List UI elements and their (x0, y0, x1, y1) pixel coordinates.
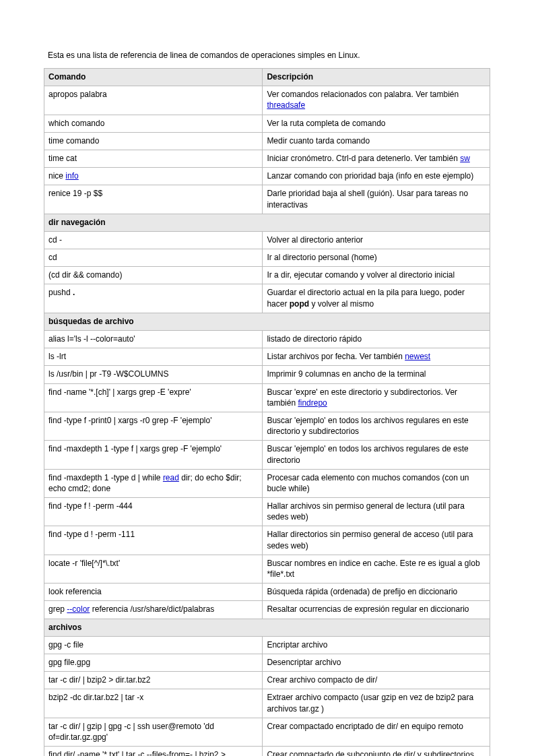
command-cell: alias l='ls -l --color=auto' (44, 331, 263, 348)
bold-text: . (73, 288, 75, 297)
command-cell: tar -c dir/ | gzip | gpg -c | ssh user@r… (44, 718, 263, 746)
table-row: find -type f -print0 | xargs -r0 grep -F… (44, 412, 490, 440)
description-cell: Desencriptar archivo (263, 654, 490, 671)
inline-link[interactable]: findrepo (298, 398, 327, 408)
command-cell: locate -r 'file[^/]*\.txt' (44, 555, 263, 583)
command-cell: pushd . (44, 284, 263, 313)
table-row: gpg -c fileEncriptar archivo (44, 636, 490, 654)
table-row: alias l='ls -l --color=auto'listado de d… (44, 331, 490, 348)
description-cell: Búsqueda rápida (ordenada) de prefijo en… (263, 584, 490, 601)
table-row: tar -c dir/ | bzip2 > dir.tar.bz2Crear a… (44, 672, 490, 689)
description-cell: Ver la ruta completa de comando (263, 115, 490, 132)
description-cell: Crear archivo compacto de dir/ (263, 672, 490, 689)
command-cell: find -type f ! -perm -444 (44, 498, 263, 526)
description-cell: Hallar archivos sin permiso general de l… (263, 498, 490, 526)
command-cell: (cd dir && comando) (44, 267, 263, 284)
table-row: find -maxdepth 1 -type d | while read di… (44, 469, 490, 497)
intro-text: Esta es una lista de referencia de linea… (48, 51, 490, 60)
description-cell: Listar archivos por fecha. Ver también n… (263, 348, 490, 366)
table-row: ls /usr/bin | pr -T9 -W$COLUMNSImprimir … (44, 366, 490, 383)
table-row: (cd dir && comando)Ir a dir, ejecutar co… (44, 267, 490, 284)
command-cell: time comando (44, 132, 263, 150)
table-row: grep --color referencia /usr/share/dict/… (44, 601, 490, 619)
description-cell: Buscar 'expre' en este directorio y subd… (263, 383, 490, 412)
description-cell: Encriptar archivo (263, 636, 490, 654)
table-row: gpg file.gpgDesencriptar archivo (44, 654, 490, 671)
command-cell: find dir/ -name '*.txt' | tar -c --files… (44, 747, 263, 756)
command-cell: grep --color referencia /usr/share/dict/… (44, 601, 263, 619)
table-row: time comandoMedir cuanto tarda comando (44, 132, 490, 150)
table-row: ls -lrtListar archivos por fecha. Ver ta… (44, 348, 490, 366)
command-cell: renice 19 -p $$ (44, 185, 263, 214)
commands-table: Comando Descripción apropos palabraVer c… (44, 68, 490, 756)
description-cell: Hallar directorios sin permiso general d… (263, 526, 490, 555)
table-row: apropos palabraVer comandos relacionados… (44, 86, 490, 115)
table-row: locate -r 'file[^/]*\.txt'Buscar nombres… (44, 555, 490, 583)
table-row: find dir/ -name '*.txt' | tar -c --files… (44, 747, 490, 756)
description-cell: Buscar 'ejemplo' en todos los archivos r… (263, 412, 490, 440)
description-cell: Guardar el directorio actual en la pila … (263, 284, 490, 313)
table-row: dir navegación (44, 214, 490, 231)
inline-link[interactable]: newest (405, 352, 430, 361)
section-header: búsquedas de archivo (44, 313, 490, 330)
command-cell: cd (44, 249, 263, 267)
command-cell: ls -lrt (44, 348, 263, 366)
inline-link[interactable]: sw (460, 154, 470, 163)
command-cell: time cat (44, 150, 263, 167)
command-cell: tar -c dir/ | bzip2 > dir.tar.bz2 (44, 672, 263, 689)
description-cell: Procesar cada elemento con muchos comand… (263, 469, 490, 497)
description-cell: Extraer archivo compacto (usar gzip en v… (263, 689, 490, 718)
description-cell: Ir a dir, ejecutar comando y volver al d… (263, 267, 490, 284)
table-row: búsquedas de archivo (44, 313, 490, 330)
description-cell: Medir cuanto tarda comando (263, 132, 490, 150)
description-cell: Crear compactado encriptado de dir/ en e… (263, 718, 490, 746)
table-row: cdIr al directorio personal (home) (44, 249, 490, 267)
table-row: find -maxdepth 1 -type f | xargs grep -F… (44, 441, 490, 469)
command-cell: find -type f -print0 | xargs -r0 grep -F… (44, 412, 263, 440)
table-row: pushd .Guardar el directorio actual en l… (44, 284, 490, 313)
description-cell: Ver comandos relacionados con palabra. V… (263, 86, 490, 115)
command-cell: bzip2 -dc dir.tar.bz2 | tar -x (44, 689, 263, 718)
command-cell: apropos palabra (44, 86, 263, 115)
header-description: Descripción (263, 69, 490, 86)
command-cell: nice info (44, 168, 263, 185)
description-cell: Buscar 'ejemplo' en todos los archivos r… (263, 441, 490, 469)
command-cell: cd - (44, 231, 263, 249)
description-cell: Iniciar cronómetro. Ctrl-d para detenerl… (263, 150, 490, 167)
table-row: nice infoLanzar comando con prioridad ba… (44, 168, 490, 185)
inline-link[interactable]: threadsafe (267, 100, 305, 110)
command-cell: find -maxdepth 1 -type f | xargs grep -F… (44, 441, 263, 469)
command-cell: find -maxdepth 1 -type d | while read di… (44, 469, 263, 497)
table-row: find -type d ! -perm -111Hallar director… (44, 526, 490, 555)
section-header: archivos (44, 619, 490, 636)
description-cell: Crear compactado de subconjunto de dir/ … (263, 747, 490, 756)
description-cell: Resaltar ocurrencias de expresión regula… (263, 601, 490, 619)
description-cell: Darle prioridad baja al shell (guión). U… (263, 185, 490, 214)
command-cell: look referencia (44, 584, 263, 601)
description-cell: Lanzar comando con prioridad baja (info … (263, 168, 490, 185)
table-header-row: Comando Descripción (44, 69, 490, 86)
table-row: find -name '*.[ch]' | xargs grep -E 'exp… (44, 383, 490, 412)
command-cell: ls /usr/bin | pr -T9 -W$COLUMNS (44, 366, 263, 383)
table-row: time catIniciar cronómetro. Ctrl-d para … (44, 150, 490, 167)
description-cell: listado de directorio rápido (263, 331, 490, 348)
table-row: tar -c dir/ | gzip | gpg -c | ssh user@r… (44, 718, 490, 746)
inline-link[interactable]: --color (67, 604, 90, 614)
table-row: bzip2 -dc dir.tar.bz2 | tar -xExtraer ar… (44, 689, 490, 718)
table-row: look referenciaBúsqueda rápida (ordenada… (44, 584, 490, 601)
description-cell: Ir al directorio personal (home) (263, 249, 490, 267)
bold-text: popd (290, 299, 309, 309)
command-cell: which comando (44, 115, 263, 132)
table-row: which comandoVer la ruta completa de com… (44, 115, 490, 132)
command-cell: find -type d ! -perm -111 (44, 526, 263, 555)
inline-link[interactable]: read (163, 473, 179, 482)
command-cell: gpg file.gpg (44, 654, 263, 671)
header-command: Comando (44, 69, 263, 86)
table-row: find -type f ! -perm -444Hallar archivos… (44, 498, 490, 526)
command-cell: gpg -c file (44, 636, 263, 654)
description-cell: Volver al directorio anterior (263, 231, 490, 249)
inline-link[interactable]: info (65, 171, 78, 181)
section-header: dir navegación (44, 214, 490, 231)
table-row: renice 19 -p $$Darle prioridad baja al s… (44, 185, 490, 214)
table-row: archivos (44, 619, 490, 636)
